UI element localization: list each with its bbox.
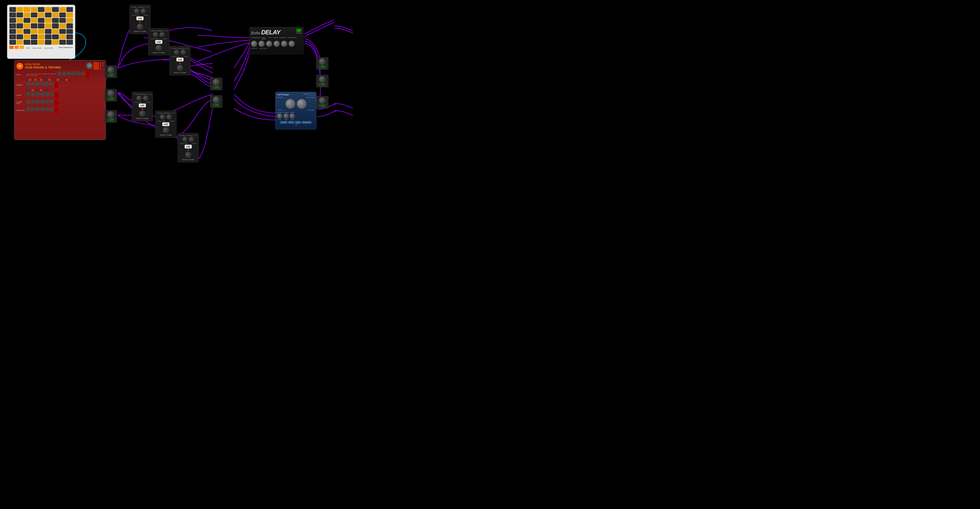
grid-cell[interactable]	[38, 13, 45, 18]
grid-cell[interactable]	[66, 40, 73, 45]
grid-cell[interactable]	[31, 40, 37, 45]
grid-cell[interactable]	[24, 29, 30, 34]
grid-cell[interactable]	[52, 7, 59, 12]
closed-hats-mute-btn[interactable]	[54, 99, 59, 106]
claps-lfo-depth-knob[interactable]	[26, 92, 30, 96]
kicks-step[interactable]	[68, 79, 71, 81]
calf-accel-btn-1[interactable]: Accel	[288, 121, 294, 124]
grid-cell[interactable]	[45, 13, 51, 18]
kicks-step[interactable]	[60, 79, 62, 81]
grid-cell[interactable]	[38, 18, 45, 23]
grid-cell[interactable]	[38, 23, 45, 28]
snares-step[interactable]	[43, 89, 45, 91]
xfade-5-bottom-knob[interactable]	[163, 127, 169, 133]
delay-knob-5[interactable]	[281, 41, 287, 47]
grid-cell[interactable]	[66, 29, 73, 34]
xfade-2-signal-knob[interactable]	[153, 32, 158, 37]
grid-cell[interactable]	[66, 34, 73, 39]
snares-step[interactable]	[37, 89, 40, 91]
xfade-1-bottom-knob[interactable]	[137, 24, 143, 30]
snares-length-knob[interactable]	[40, 81, 45, 86]
xfade-1-shape-knob[interactable]	[141, 8, 146, 14]
kicks-speed-knob[interactable]	[76, 71, 80, 75]
kicks-step[interactable]	[62, 79, 65, 81]
grid-cell[interactable]	[52, 29, 59, 34]
grid-cell[interactable]	[16, 7, 23, 12]
grid-cell[interactable]	[31, 29, 37, 34]
kicks-midi-note-knob[interactable]	[67, 71, 71, 75]
kicks-length-knob[interactable]	[72, 71, 76, 75]
kicks-step[interactable]	[40, 79, 42, 81]
grid-cell[interactable]: 6	[10, 13, 16, 18]
att-8-knob[interactable]	[319, 97, 326, 104]
delay-knob-3[interactable]	[266, 41, 272, 47]
xfade-3-bottom-knob[interactable]	[177, 65, 183, 71]
grid-cell[interactable]	[31, 23, 37, 28]
grid-cell[interactable]	[45, 23, 51, 28]
grid-cell[interactable]: 4	[10, 18, 16, 23]
grid-cell[interactable]	[59, 13, 66, 18]
calf-dry-amount-btn[interactable]: Dry/Amount	[302, 121, 312, 124]
snares-step[interactable]	[29, 89, 31, 91]
grid-cell[interactable]	[45, 40, 51, 45]
closed-hats-midi-knob[interactable]	[35, 99, 40, 104]
grid-cell[interactable]	[31, 7, 37, 12]
grid-cell[interactable]	[66, 23, 73, 28]
grid-cell[interactable]	[45, 34, 51, 39]
kicks-step[interactable]	[32, 79, 34, 81]
xfade-2-bottom-knob[interactable]	[156, 45, 162, 51]
delay-knob-2[interactable]	[259, 41, 265, 47]
kicks-step[interactable]	[65, 79, 68, 81]
grid-cell[interactable]	[16, 13, 23, 18]
kicks-step[interactable]	[43, 79, 45, 81]
grid-cell[interactable]	[66, 13, 73, 18]
grid-cell[interactable]	[59, 23, 66, 28]
calf-flanger-toggle[interactable]	[309, 93, 315, 96]
grid-cell[interactable]	[38, 34, 45, 39]
grid-cell[interactable]	[38, 7, 45, 12]
open-hats-speed-knob[interactable]	[45, 107, 49, 111]
closed-hats-volume-knob[interactable]	[49, 99, 54, 104]
claps-lfo-rate-knob[interactable]	[31, 92, 35, 96]
xfade-4-shape-knob[interactable]	[143, 96, 148, 101]
grid-cell[interactable]	[16, 23, 23, 28]
claps-midi-knob[interactable]	[35, 92, 40, 96]
xfade-6-bottom-knob[interactable]	[185, 152, 191, 158]
kicks-step[interactable]	[26, 79, 28, 81]
open-hats-lfo-rate-knob[interactable]	[31, 107, 35, 111]
snares-lfo-depth-knob[interactable]	[26, 81, 30, 86]
grid-cell[interactable]	[52, 40, 59, 45]
dm-master-knob[interactable]	[86, 62, 93, 69]
xfade-6-signal-knob[interactable]	[182, 137, 188, 142]
xfade-6-shape-knob[interactable]	[189, 137, 194, 142]
att-2-knob[interactable]	[108, 90, 114, 97]
att-5-knob[interactable]	[213, 96, 220, 103]
snares-mute-btn[interactable]	[54, 81, 59, 88]
claps-length-knob[interactable]	[40, 92, 45, 96]
stereo-phase-knob[interactable]	[297, 99, 306, 109]
snares-step[interactable]	[40, 89, 42, 91]
dry-wet-knob[interactable]	[290, 113, 295, 119]
snares-volume-knob[interactable]	[49, 81, 54, 86]
closed-hats-speed-knob[interactable]	[45, 99, 49, 104]
grid-cell[interactable]	[24, 18, 30, 23]
open-hats-length-knob[interactable]	[40, 107, 45, 111]
grid-cell[interactable]	[24, 7, 30, 12]
att-1-knob[interactable]	[108, 67, 114, 73]
grid-cell[interactable]	[16, 29, 23, 34]
att-3-knob[interactable]	[108, 111, 114, 118]
grid-cell[interactable]	[38, 40, 45, 45]
grid-cell[interactable]	[16, 40, 23, 45]
snares-step[interactable]	[34, 89, 37, 91]
claps-speed-knob[interactable]	[45, 92, 49, 96]
calf-flanger-on-off[interactable]: On/Off	[304, 93, 309, 96]
grid-cell[interactable]	[52, 18, 59, 23]
grid-cell[interactable]: 4	[10, 23, 16, 28]
snares-speed-knob[interactable]	[45, 81, 49, 86]
grid-cell[interactable]	[24, 34, 30, 39]
closed-hats-lfo-depth-knob[interactable]	[26, 99, 30, 104]
claps-mute-btn[interactable]	[54, 92, 59, 99]
mod-rate-knob[interactable]	[286, 99, 295, 109]
kicks-volume-knob[interactable]	[81, 71, 85, 75]
kicks-step[interactable]	[29, 79, 31, 81]
